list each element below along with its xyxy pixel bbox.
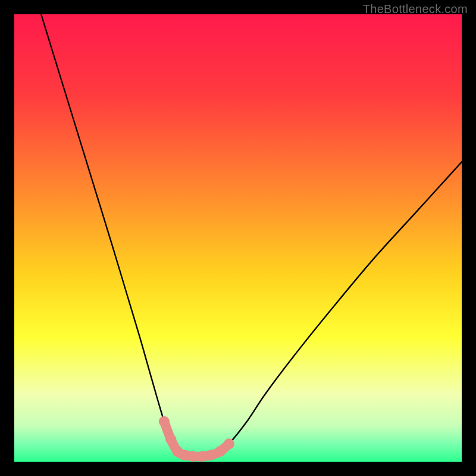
watermark-label: TheBottleneck.com bbox=[363, 2, 468, 16]
bottleneck-curve-chart bbox=[14, 14, 462, 462]
optimal-zone-dot bbox=[165, 434, 176, 444]
optimal-zone-dot bbox=[179, 450, 190, 461]
optimal-zone-dot bbox=[197, 451, 208, 462]
optimal-zone-dot bbox=[159, 416, 170, 427]
optimal-zone-dot bbox=[224, 439, 234, 449]
chart-frame: TheBottleneck.com bbox=[0, 0, 476, 476]
optimal-zone-dot bbox=[215, 446, 226, 457]
plot-area bbox=[14, 14, 462, 462]
gradient-background bbox=[14, 14, 462, 462]
